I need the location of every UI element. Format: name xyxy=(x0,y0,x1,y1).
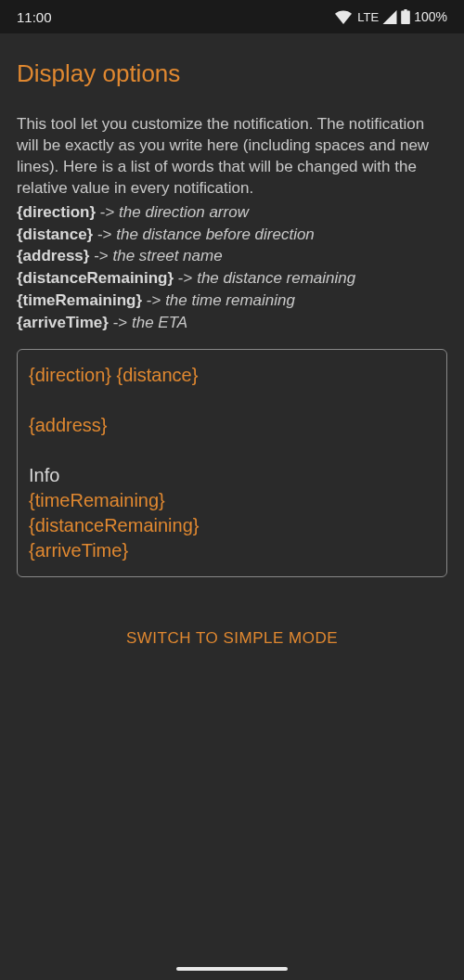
placeholder-desc: the street name xyxy=(112,247,222,264)
placeholder-desc: the distance before direction xyxy=(116,226,315,243)
placeholder-row: {distance} -> the distance before direct… xyxy=(17,224,447,246)
battery-icon xyxy=(401,9,410,24)
template-token: {distanceRemaining} xyxy=(29,515,199,535)
template-text: Info xyxy=(29,465,59,485)
placeholder-desc: the direction arrow xyxy=(119,203,249,221)
placeholder-desc: the ETA xyxy=(132,314,187,331)
template-token: {arriveTime} xyxy=(29,540,128,561)
nav-handle[interactable] xyxy=(176,967,288,971)
wifi-icon xyxy=(335,10,352,24)
template-token: {timeRemaining} xyxy=(29,490,165,510)
placeholder-row: {arriveTime} -> the ETA xyxy=(17,312,447,334)
placeholder-key: {address} xyxy=(17,247,89,264)
template-token: {address} xyxy=(29,415,108,435)
network-label: LTE xyxy=(357,10,379,24)
page-title: Display options xyxy=(17,59,447,88)
placeholder-arrow: -> xyxy=(93,226,116,243)
placeholder-row: {direction} -> the direction arrow xyxy=(17,201,447,224)
placeholder-arrow: -> xyxy=(89,247,112,264)
template-token: {direction} xyxy=(29,365,111,385)
signal-icon xyxy=(382,10,397,24)
placeholder-row: {timeRemaining} -> the time remaining xyxy=(17,290,447,312)
battery-label: 100% xyxy=(414,9,447,24)
placeholder-key: {timeRemaining} xyxy=(17,291,142,309)
placeholder-arrow: -> xyxy=(142,291,165,309)
placeholder-list: {direction} -> the direction arrow{dista… xyxy=(17,201,447,334)
placeholder-key: {arriveTime} xyxy=(17,314,109,331)
placeholder-key: {distanceRemaining} xyxy=(17,269,174,287)
status-bar: 11:00 LTE 100% xyxy=(0,0,464,33)
status-time: 11:00 xyxy=(17,9,52,25)
status-right: LTE 100% xyxy=(335,9,447,24)
placeholder-arrow: -> xyxy=(174,269,197,287)
template-input[interactable]: {direction} {distance} {address} Info {t… xyxy=(17,349,447,577)
description-text: This tool let you customize the notifica… xyxy=(17,114,447,200)
placeholder-desc: the distance remaining xyxy=(197,269,355,287)
switch-mode-button[interactable]: SWITCH TO SIMPLE MODE xyxy=(17,629,447,648)
placeholder-arrow: -> xyxy=(109,314,132,331)
placeholder-desc: the time remaining xyxy=(165,291,295,309)
placeholder-row: {distanceRemaining} -> the distance rema… xyxy=(17,267,447,290)
content: Display options This tool let you custom… xyxy=(0,33,464,648)
placeholder-row: {address} -> the street name xyxy=(17,245,447,267)
placeholder-key: {distance} xyxy=(17,226,93,243)
placeholder-arrow: -> xyxy=(96,203,119,221)
template-token: {distance} xyxy=(117,365,199,385)
placeholder-key: {direction} xyxy=(17,203,96,221)
